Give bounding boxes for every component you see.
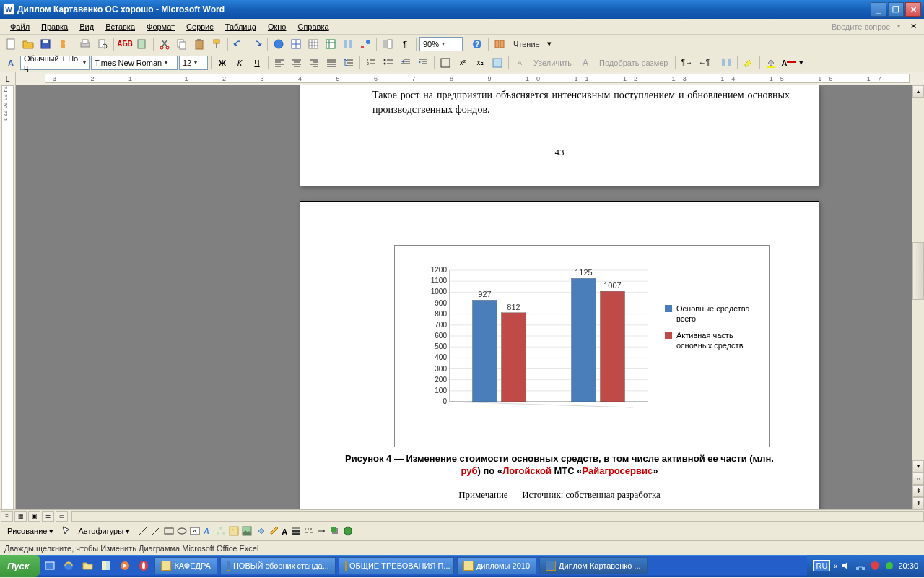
show-marks-icon[interactable]: ¶ <box>397 36 413 52</box>
task--[interactable]: Диплом Картавенко ... <box>539 557 647 574</box>
ltr-icon[interactable]: ¶→ <box>679 55 694 71</box>
textbox-icon[interactable]: A <box>189 525 201 538</box>
menu-insert[interactable]: Вставка <box>100 21 141 33</box>
read-label[interactable]: Чтение <box>509 36 544 52</box>
select-browse-object-icon[interactable]: ○ <box>912 473 924 485</box>
web-layout-icon[interactable]: ▦ <box>14 511 27 522</box>
align-right-icon[interactable] <box>306 55 322 71</box>
increase-indent-icon[interactable] <box>415 55 431 71</box>
insert-picture-icon[interactable] <box>241 525 253 538</box>
menu-format[interactable]: Формат <box>141 21 180 33</box>
new-doc-icon[interactable] <box>3 36 19 52</box>
shadow-icon[interactable] <box>329 525 341 538</box>
underline-icon[interactable]: Ч <box>249 55 265 71</box>
line-icon[interactable] <box>137 525 149 538</box>
copy-icon[interactable] <box>174 36 190 52</box>
task--[interactable]: ОБЩИЕ ТРЕБОВАНИЯ П... <box>339 557 454 574</box>
docmap-icon[interactable] <box>380 36 396 52</box>
ql-media-icon[interactable] <box>117 558 133 574</box>
read-mode-icon[interactable] <box>492 36 507 52</box>
align-justify-icon[interactable] <box>323 55 339 71</box>
hyperlink-icon[interactable] <box>271 36 287 52</box>
ql-tc-icon[interactable] <box>98 558 114 574</box>
outline-view-icon[interactable]: ☰ <box>42 511 54 522</box>
select-objects-icon[interactable] <box>61 525 72 538</box>
paragraph-1[interactable]: Такое рост на предприятии объясняется ин… <box>372 88 790 116</box>
clock[interactable]: 20:30 <box>898 561 918 570</box>
toolbar-options-icon[interactable]: ▾ <box>546 36 553 52</box>
line-color-icon[interactable] <box>269 525 280 538</box>
diagram-icon[interactable] <box>215 525 227 538</box>
zoom-combo[interactable]: 90%▾ <box>419 37 463 51</box>
styles-pane-icon[interactable]: A <box>3 55 19 71</box>
chart-container[interactable]: 0100200300400500600700800900100011001200… <box>394 245 770 447</box>
align-center-icon[interactable] <box>289 55 305 71</box>
tray-volume-icon[interactable] <box>840 560 852 571</box>
insert-table-icon[interactable] <box>305 36 321 52</box>
wordart-icon[interactable]: A <box>202 525 214 538</box>
ql-desktop-icon[interactable] <box>42 558 58 574</box>
font-color2-icon[interactable]: А <box>282 527 287 536</box>
italic-icon[interactable]: К <box>232 55 248 71</box>
menu-table[interactable]: Таблица <box>219 21 262 33</box>
decrease-indent-icon[interactable] <box>398 55 414 71</box>
3d-icon[interactable] <box>342 525 354 538</box>
tray-network-icon[interactable] <box>855 560 866 571</box>
menu-help[interactable]: Справка <box>292 21 334 33</box>
undo-icon[interactable] <box>231 36 247 52</box>
save-icon[interactable] <box>38 36 53 52</box>
insert-excel-icon[interactable] <box>323 36 339 52</box>
ql-opera-icon[interactable] <box>136 558 152 574</box>
minimize-button[interactable]: _ <box>871 2 886 17</box>
normal-view-icon[interactable]: ≡ <box>1 511 13 522</box>
numbering-icon[interactable]: 12 <box>363 55 379 71</box>
fontsize-combo[interactable]: 12▾ <box>179 56 208 70</box>
horizontal-ruler[interactable]: L 3 · 2 · 1 · · 1 · 2 · 3 · 4 · 5 · 6 · … <box>0 72 924 85</box>
print-layout-icon[interactable]: ▣ <box>28 511 40 522</box>
menu-view[interactable]: Вид <box>74 21 100 33</box>
close-button[interactable]: ✕ <box>905 2 921 17</box>
redo-icon[interactable] <box>248 36 264 52</box>
menu-file[interactable]: Файл <box>4 21 35 33</box>
rtl-icon[interactable]: ←¶ <box>696 55 712 71</box>
fill-color2-icon[interactable] <box>256 525 267 538</box>
toolbar2-options-icon[interactable]: ▾ <box>798 55 805 71</box>
open-icon[interactable] <box>20 36 36 52</box>
oval-icon[interactable] <box>176 525 188 538</box>
lang-indicator[interactable]: RU <box>813 560 830 571</box>
arrow-style-icon[interactable] <box>316 525 328 538</box>
paste-icon[interactable] <box>191 36 207 52</box>
autoshapes-label[interactable]: Автофигуры ▾ <box>74 527 134 536</box>
style-combo[interactable]: Обычный + По ц▾ <box>20 56 90 70</box>
cut-icon[interactable] <box>157 36 173 52</box>
print-icon[interactable] <box>77 36 93 52</box>
font-combo[interactable]: Times New Roman▾ <box>91 56 178 70</box>
vertical-scrollbar[interactable]: ▴ ▾ ○ ⇞ ⇟ <box>912 85 924 509</box>
figure-note[interactable]: Примечание — Источник: собственная разра… <box>344 489 775 501</box>
research-icon[interactable] <box>134 36 150 52</box>
ql-explorer-icon[interactable] <box>79 558 95 574</box>
drawing-icon[interactable] <box>357 36 373 52</box>
tray-shield-icon[interactable] <box>869 560 881 571</box>
tray-usb-icon[interactable] <box>884 560 895 571</box>
menu-window[interactable]: Окно <box>262 21 292 33</box>
task--2010[interactable]: дипломы 2010 <box>457 557 536 574</box>
doc-close-button[interactable]: ✕ <box>907 22 920 31</box>
line-spacing-icon[interactable] <box>341 55 357 71</box>
task--[interactable]: КАФЕДРА <box>154 557 217 574</box>
ql-ie-icon[interactable] <box>61 558 77 574</box>
restore-button[interactable]: ❐ <box>888 2 904 17</box>
prev-page-icon[interactable]: ⇞ <box>912 485 924 497</box>
task--[interactable]: НОВЫЙ сборник станда... <box>220 557 336 574</box>
clipart-icon[interactable] <box>228 525 240 538</box>
font-color-icon[interactable]: А <box>780 55 796 71</box>
tables-borders-icon[interactable] <box>288 36 304 52</box>
menu-edit[interactable]: Правка <box>35 21 74 33</box>
scroll-up-icon[interactable]: ▴ <box>912 85 924 98</box>
figure-caption[interactable]: Рисунок 4 — Изменение стоимости основных… <box>344 453 775 478</box>
font-larger-icon[interactable]: A <box>578 55 593 71</box>
start-button[interactable]: Пуск <box>0 555 40 577</box>
next-page-icon[interactable]: ⇟ <box>912 497 924 509</box>
font-smaller-icon[interactable]: A <box>512 55 528 71</box>
borders-icon[interactable] <box>437 55 453 71</box>
